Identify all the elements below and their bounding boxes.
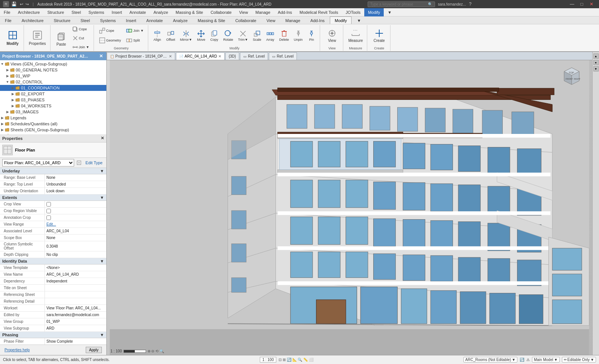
ribbon-tab--[interactable]: ▼ — [352, 16, 366, 24]
menu-item-architecture[interactable]: Architecture — [14, 8, 44, 16]
menu-item-modify[interactable]: Modify — [364, 8, 384, 16]
expand-icon-coordination[interactable]: ▶ — [10, 86, 15, 90]
menu-item-insert[interactable]: Insert — [108, 8, 126, 16]
copy-button[interactable]: Cope — [70, 25, 91, 33]
ribbon-tab-steel[interactable]: Steel — [76, 16, 95, 24]
tab-3d[interactable]: {3D} — [225, 52, 239, 60]
tree-item-sheets[interactable]: ▶Sheets (GEN_Group-Subgroup) — [0, 127, 106, 133]
close-button[interactable]: ✕ — [587, 0, 596, 8]
ribbon-tab-add-ins[interactable]: Add-Ins — [305, 16, 329, 24]
ribbon-tab-analyze[interactable]: Analyze — [168, 16, 192, 24]
ribbon-tab-annotate[interactable]: Annotate — [142, 16, 168, 24]
split-button[interactable]: Split — [124, 36, 142, 45]
pin-button[interactable]: Pin — [305, 28, 317, 43]
tree-item-legends[interactable]: ▶Legends — [0, 115, 106, 121]
status-sync-icon[interactable]: 🔃 — [520, 358, 524, 362]
viewport[interactable]: 1 : 100 ⊕ ⊖ ⟲ 🔍 TOP FRONT RIGHT — [107, 60, 592, 355]
expand-icon-general_notes[interactable]: ▶ — [5, 68, 10, 72]
ribbon-tab-systems[interactable]: Systems — [95, 16, 121, 24]
tree-item-worksets[interactable]: ▶04_WORKSETS — [0, 103, 106, 109]
workset-dropdown[interactable]: ARC_Rooms (Not Editable) ▼ — [463, 357, 517, 363]
expand-icon-views[interactable]: ▼ — [0, 62, 4, 66]
scale-button[interactable]: Scale — [251, 28, 263, 43]
status-warning-icon[interactable]: ⚠ — [526, 358, 530, 362]
prop-field-value[interactable] — [45, 214, 106, 221]
ribbon-tab-file[interactable]: File — [0, 16, 16, 24]
prop-checkbox[interactable] — [46, 209, 51, 213]
tab-project-browser[interactable]: 📋 Project Browser - 18194_OPE_... ✕ — [107, 52, 175, 60]
prop-field-value[interactable] — [45, 208, 106, 214]
expand-icon-wip[interactable]: ▶ — [5, 74, 10, 78]
tree-item-general_notes[interactable]: ▶00_GENERAL NOTES — [0, 67, 106, 73]
ribbon-tab-manage[interactable]: Manage — [280, 16, 305, 24]
menu-item-annotate[interactable]: Annotate — [126, 8, 150, 16]
prop-field-value[interactable]: Edit... — [45, 221, 106, 227]
join-button[interactable]: Join ▼ — [70, 43, 91, 51]
menu-item-massing---site[interactable]: Massing & Site — [172, 8, 207, 16]
tree-item-export[interactable]: ▶02_EXPORT — [0, 91, 106, 97]
cope-button[interactable]: Cope — [97, 26, 116, 35]
edge-button-3[interactable]: ▼ — [593, 66, 599, 71]
help-icon[interactable]: ? — [469, 1, 472, 7]
tree-item-coordination[interactable]: ▶01_COORDINATION — [0, 85, 106, 91]
menu-item-view[interactable]: View — [235, 8, 252, 16]
expand-icon-legends[interactable]: ▶ — [0, 116, 4, 120]
ribbon-tab-architecture[interactable]: Architecture — [17, 16, 49, 24]
copy-tool-button[interactable]: Copy — [208, 28, 220, 43]
nav-cube[interactable]: TOP FRONT RIGHT — [560, 64, 583, 86]
paste-button[interactable]: Paste — [54, 28, 69, 48]
tab-pb-close[interactable]: ✕ — [169, 54, 172, 58]
menu-item-systems[interactable]: Systems — [85, 8, 108, 16]
quick-access-save[interactable]: 💾 — [11, 1, 17, 7]
properties-ribbon-button[interactable]: Properties — [27, 27, 48, 48]
prop-field-value[interactable] — [45, 201, 106, 207]
project-browser-close[interactable]: ✕ — [98, 53, 104, 59]
menu-item-structure[interactable]: Structure — [43, 8, 68, 16]
offset-button[interactable]: Offset — [164, 28, 177, 43]
menu-item-manage[interactable]: Manage — [252, 8, 274, 16]
measure-button[interactable]: Measure — [346, 26, 365, 45]
tab-ref-level-1[interactable]: ▭ Ref. Level — [240, 52, 268, 60]
modify-button[interactable]: Modify — [4, 27, 20, 48]
join-geometry-button[interactable]: Join ▼ — [124, 26, 146, 35]
scale-icons[interactable]: ⊕ ⊖ ⟲ 🔍 — [148, 349, 164, 353]
ribbon-tab-structure[interactable]: Structure — [49, 16, 75, 24]
array-button[interactable]: Array — [264, 28, 276, 43]
menu-item-jotools[interactable]: JOTools — [342, 8, 364, 16]
view-ribbon-button[interactable]: View — [325, 26, 339, 45]
expand-icon-schedules[interactable]: ▶ — [0, 122, 4, 126]
quick-access-redo[interactable]: ↪ — [25, 2, 29, 7]
menu-item-add-ins[interactable]: Add-Ins — [274, 8, 296, 16]
edge-button-1[interactable]: ▲ — [593, 53, 599, 59]
tree-item-control[interactable]: ▼02_CONTROL — [0, 79, 106, 85]
mode-dropdown[interactable]: ✏ Editable Only ▼ — [562, 357, 596, 363]
edit-type-button[interactable]: Edit Type — [84, 160, 104, 166]
prop-checkbox[interactable] — [46, 202, 51, 207]
ribbon-tab-collaborate[interactable]: Collaborate — [230, 16, 261, 24]
delete-button[interactable]: Delete — [277, 28, 291, 43]
prop-edit-link[interactable]: Edit... — [46, 222, 56, 226]
unpin-button[interactable]: Unpin — [292, 28, 305, 43]
prop-checkbox[interactable] — [46, 215, 51, 220]
design-option-dropdown[interactable]: Main Model ▼ — [532, 357, 560, 363]
expand-icon-export[interactable]: ▶ — [10, 92, 15, 96]
prop-section-underlay[interactable]: Underlay▼ — [0, 168, 106, 174]
menu-item-collaborate[interactable]: Collaborate — [207, 8, 235, 16]
ribbon-tab-modify[interactable]: Modify — [330, 16, 352, 24]
tree-item-phases[interactable]: ▶03_PHASES — [0, 97, 106, 103]
mirror-pick-button[interactable]: Mirror▼ — [178, 28, 194, 43]
trim-extend-button[interactable]: Trim▼ — [236, 28, 250, 43]
tab-ref-level-2[interactable]: ▭ Ref. Level — [269, 52, 297, 60]
menu-item-steel[interactable]: Steel — [68, 8, 85, 16]
maximize-button[interactable]: □ — [577, 0, 586, 8]
ribbon-tab-insert[interactable]: Insert — [121, 16, 141, 24]
menu-item-analyze[interactable]: Analyze — [150, 8, 172, 16]
move-button[interactable]: Move — [195, 28, 207, 43]
menu-item-modelical-revit-tools[interactable]: Modelical Revit Tools — [296, 8, 342, 16]
align-button[interactable]: Align — [151, 28, 163, 43]
ribbon-tab-view[interactable]: View — [262, 16, 280, 24]
properties-close-icon[interactable]: ✕ — [101, 136, 104, 141]
ribbon-tab-massing---site[interactable]: Massing & Site — [193, 16, 230, 24]
expand-icon-control[interactable]: ▼ — [5, 80, 10, 84]
search-input[interactable] — [370, 2, 428, 6]
